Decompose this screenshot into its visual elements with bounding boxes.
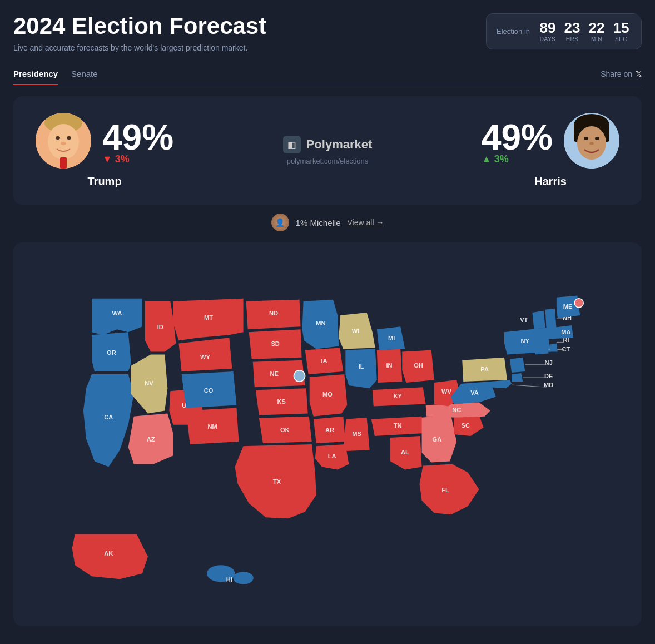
state-AR[interactable]: [314, 417, 346, 443]
harris-row: 49% ▲ 3%: [482, 113, 619, 169]
header-left: 2024 Election Forecast Live and accurate…: [13, 13, 266, 52]
state-IA[interactable]: [305, 348, 344, 374]
harris-name: Harris: [534, 175, 567, 188]
trump-stats: 49% ▼ 3%: [102, 117, 173, 165]
state-NV[interactable]: [131, 355, 168, 414]
min-number: 22: [589, 21, 605, 35]
share-label: Share on: [601, 70, 632, 78]
state-IL[interactable]: [345, 349, 377, 389]
state-SD[interactable]: [249, 329, 302, 359]
me-dot: [574, 299, 583, 308]
tab-senate[interactable]: Senate: [71, 63, 98, 85]
state-CA[interactable]: [83, 374, 134, 467]
state-MD[interactable]: [490, 380, 512, 388]
tabs-bar: Presidency Senate Share on 𝕏: [13, 63, 642, 85]
michelle-avatar: 👤: [271, 214, 289, 231]
hrs-unit: HRS: [566, 36, 579, 42]
state-MI[interactable]: [377, 326, 405, 350]
days-number: 89: [540, 21, 556, 35]
state-VT[interactable]: [532, 311, 545, 329]
view-all-link[interactable]: View all →: [348, 218, 384, 227]
state-ID[interactable]: [145, 301, 176, 352]
state-DE[interactable]: [512, 373, 523, 382]
state-KY[interactable]: [373, 387, 426, 406]
state-SC[interactable]: [454, 415, 483, 436]
sec-unit: SEC: [615, 36, 627, 42]
state-FL[interactable]: [420, 464, 479, 515]
min-unit: MIN: [591, 36, 602, 42]
harris-stats: 49% ▲ 3%: [482, 117, 553, 165]
state-OK[interactable]: [259, 417, 312, 443]
svg-text:CT: CT: [562, 346, 570, 353]
hrs-number: 23: [564, 21, 580, 35]
ne2-dot: [294, 370, 305, 382]
svg-point-5: [61, 142, 66, 145]
share-button[interactable]: Share on 𝕏: [601, 70, 642, 78]
map-section: WA OR CA ID NV AZ MT WY UT: [13, 242, 642, 626]
state-NJ[interactable]: [510, 358, 525, 373]
svg-rect-6: [60, 157, 67, 169]
state-TX[interactable]: [235, 444, 316, 518]
tab-presidency[interactable]: Presidency: [13, 63, 58, 85]
x-icon: 𝕏: [636, 70, 642, 78]
harris-candidate: 49% ▲ 3%: [482, 113, 619, 188]
state-CT[interactable]: [533, 345, 548, 355]
other-candidates-row: 👤 1% Michelle View all →: [13, 214, 642, 231]
state-TN[interactable]: [371, 417, 424, 436]
state-RI[interactable]: [550, 344, 558, 352]
tabs-left: Presidency Senate: [13, 63, 98, 85]
state-WI[interactable]: [339, 313, 375, 349]
svg-point-13: [595, 137, 599, 140]
page-subtitle: Live and accurate forecasts by the world…: [13, 43, 266, 52]
svg-point-3: [56, 136, 60, 140]
polymarket-icon: ◧: [283, 136, 301, 153]
polymarket-center: ◧ Polymarket polymarket.com/elections: [283, 136, 373, 165]
svg-point-14: [589, 142, 594, 145]
trump-pct: 49%: [102, 117, 173, 158]
state-NM[interactable]: [186, 408, 239, 445]
state-PA[interactable]: [462, 358, 507, 382]
state-NC[interactable]: [426, 403, 490, 418]
page-header: 2024 Election Forecast Live and accurate…: [13, 13, 642, 52]
harris-pct: 49%: [482, 117, 553, 158]
trump-avatar: [36, 113, 91, 169]
state-AK[interactable]: [72, 534, 148, 579]
countdown-min: 22 MIN: [587, 21, 607, 42]
countdown-box: Election in 89 DAYS 23 HRS 22 MIN 15 SEC: [486, 13, 642, 49]
state-GA[interactable]: [422, 415, 457, 463]
state-AL[interactable]: [390, 436, 422, 470]
candidates-card: 49% ▼ 3% Trump ◧ Polymarket polymarket.c…: [13, 96, 642, 205]
state-IN[interactable]: [377, 349, 402, 383]
state-CO[interactable]: [182, 371, 237, 408]
state-MO[interactable]: [310, 374, 348, 417]
svg-text:VT: VT: [520, 316, 528, 323]
state-NH[interactable]: [545, 309, 557, 329]
polymarket-name: Polymarket: [306, 137, 373, 152]
state-OR[interactable]: [92, 332, 131, 371]
trump-candidate: 49% ▼ 3% Trump: [36, 113, 173, 188]
svg-point-12: [584, 137, 588, 140]
state-OH[interactable]: [402, 350, 434, 383]
state-AZ[interactable]: [128, 414, 173, 464]
trump-row: 49% ▼ 3%: [36, 113, 173, 169]
days-unit: DAYS: [540, 36, 556, 42]
page-wrapper: 2024 Election Forecast Live and accurate…: [13, 13, 642, 626]
state-HI[interactable]: [207, 565, 235, 582]
countdown-sec: 15 SEC: [611, 21, 631, 42]
svg-point-4: [67, 136, 71, 140]
state-KS[interactable]: [256, 388, 308, 415]
state-ND[interactable]: [246, 300, 301, 329]
michelle-pct: 1%: [296, 218, 308, 227]
state-MN[interactable]: [302, 300, 339, 349]
countdown-label: Election in: [497, 27, 530, 36]
michelle-pct-name: 1% Michelle: [296, 218, 341, 227]
page-title: 2024 Election Forecast: [13, 13, 266, 39]
michelle-name: Michelle: [310, 218, 340, 227]
sec-number: 15: [613, 21, 629, 35]
state-MT[interactable]: [173, 299, 243, 341]
state-WA[interactable]: [92, 299, 142, 335]
state-MS[interactable]: [343, 418, 369, 452]
countdown-hrs: 23 HRS: [562, 21, 582, 42]
state-WY[interactable]: [179, 338, 232, 372]
countdown-days: 89 DAYS: [538, 21, 558, 42]
